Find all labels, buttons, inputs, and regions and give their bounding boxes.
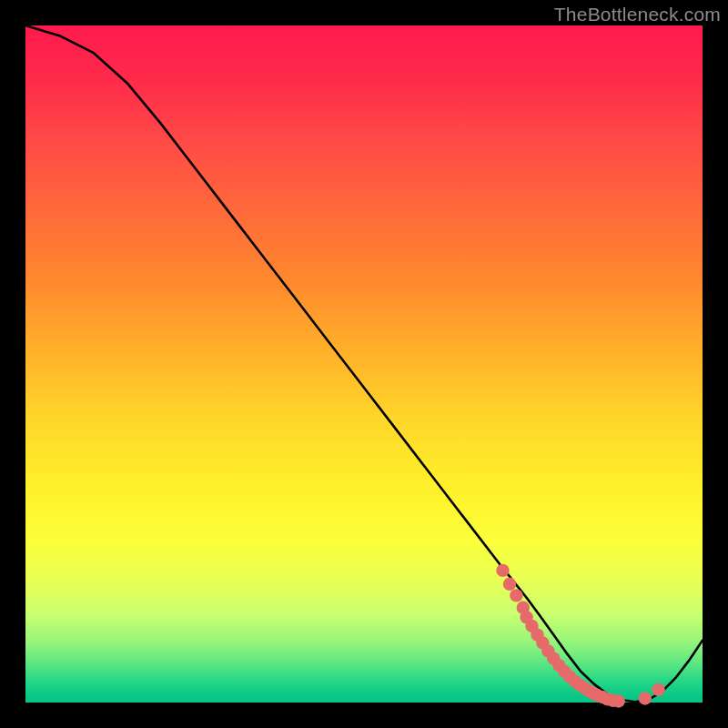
marker-layer: [496, 564, 665, 708]
highlight-dot: [639, 692, 652, 704]
highlight-dot: [612, 694, 625, 707]
highlight-dot: [510, 589, 522, 602]
plot-area: [25, 25, 703, 703]
highlight-dot: [496, 564, 509, 577]
bottleneck-curve: [25, 25, 703, 702]
chart-frame: TheBottleneck.com: [0, 0, 728, 728]
highlight-dot: [503, 578, 516, 591]
watermark-text: TheBottleneck.com: [554, 4, 721, 25]
curve-layer: [25, 25, 703, 702]
plot-svg: [25, 25, 703, 703]
highlight-dot: [652, 683, 664, 696]
